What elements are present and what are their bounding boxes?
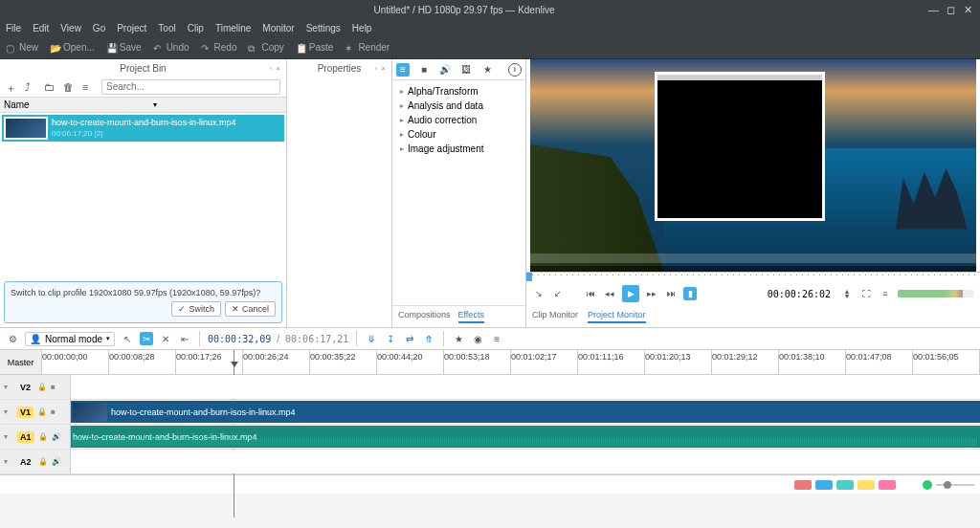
tab-compositions[interactable]: Compositions bbox=[398, 310, 451, 323]
zone-button[interactable]: ▮ bbox=[683, 287, 697, 300]
rewind-icon[interactable]: ⏮ bbox=[584, 287, 597, 300]
list-view-icon[interactable]: ≡ bbox=[82, 81, 94, 93]
menu-settings[interactable]: Settings bbox=[306, 23, 341, 33]
undo-button[interactable]: ↶Undo bbox=[153, 42, 189, 53]
bin-search-input[interactable] bbox=[101, 79, 280, 95]
new-button[interactable]: ▢New bbox=[6, 42, 38, 53]
effects-image-icon[interactable]: 🖼 bbox=[459, 63, 473, 77]
lock-icon[interactable]: 🔒 bbox=[37, 383, 47, 392]
switch-button[interactable]: ✓Switch bbox=[171, 301, 221, 317]
timeline-settings-icon[interactable]: ⚙ bbox=[6, 332, 19, 345]
redo-button[interactable]: ↷Redo bbox=[201, 42, 237, 53]
effects-info-icon[interactable]: i bbox=[508, 63, 522, 77]
fullscreen-icon[interactable]: ⛶ bbox=[859, 287, 873, 300]
menu-clip[interactable]: Clip bbox=[188, 23, 204, 33]
panel-close-icon[interactable]: × bbox=[381, 64, 386, 73]
effects-main-icon[interactable]: ≡ bbox=[396, 63, 410, 77]
add-clip-icon[interactable]: ＋▾ bbox=[6, 81, 17, 93]
extract-icon[interactable]: ⤊ bbox=[422, 332, 435, 345]
tool-spacer-icon[interactable]: ✕ bbox=[159, 332, 172, 345]
tool-select-icon[interactable]: ↖ bbox=[121, 332, 134, 345]
chevron-down-icon[interactable]: ▾ bbox=[4, 407, 13, 417]
zoom-slider[interactable] bbox=[936, 484, 974, 486]
monitor-ruler[interactable] bbox=[526, 272, 980, 281]
menu-view[interactable]: View bbox=[60, 23, 81, 33]
effects-video-icon[interactable]: ■ bbox=[417, 63, 431, 77]
delete-icon[interactable]: 🗑 bbox=[63, 81, 75, 93]
status-color-3[interactable] bbox=[836, 480, 854, 490]
set-in-icon[interactable]: ↘ bbox=[532, 287, 546, 300]
chevron-down-icon[interactable]: ▾ bbox=[4, 457, 13, 467]
track-body[interactable] bbox=[71, 450, 980, 473]
column-sort-icon[interactable]: ▾ bbox=[153, 100, 163, 109]
panel-float-icon[interactable]: ◦ bbox=[374, 64, 377, 73]
copy-button[interactable]: ⧉Copy bbox=[248, 42, 283, 53]
track-body[interactable]: how-to-create-mount-and-burn-isos-in-lin… bbox=[71, 425, 980, 449]
close-icon[interactable]: ✕ bbox=[963, 4, 972, 16]
lock-icon[interactable]: 🔒 bbox=[38, 432, 48, 442]
timeline-clip-video[interactable]: how-to-create-mount-and-burn-isos-in-lin… bbox=[71, 401, 980, 423]
panel-close-icon[interactable]: × bbox=[276, 64, 280, 73]
tab-clip-monitor[interactable]: Clip Monitor bbox=[532, 310, 578, 323]
maximize-icon[interactable]: ◻ bbox=[946, 4, 955, 16]
tool-skip-icon[interactable]: ⇤ bbox=[178, 332, 191, 345]
track-body[interactable] bbox=[71, 375, 980, 399]
effect-category[interactable]: Image adjustment bbox=[392, 142, 525, 156]
menu-tool[interactable]: Tool bbox=[158, 23, 175, 33]
lock-icon[interactable]: 🔒 bbox=[37, 407, 47, 417]
panel-float-icon[interactable]: ◦ bbox=[269, 64, 272, 73]
zone-in-icon[interactable]: ⤋ bbox=[365, 332, 378, 345]
effects-audio-icon[interactable]: 🔊 bbox=[438, 63, 452, 77]
chevron-down-icon[interactable]: ▾ bbox=[4, 432, 13, 442]
menu-file[interactable]: File bbox=[6, 23, 21, 33]
tool-razor-icon[interactable]: ✂ bbox=[140, 332, 153, 345]
tab-effects[interactable]: Effects bbox=[458, 310, 484, 323]
menu-edit[interactable]: Edit bbox=[33, 23, 49, 33]
effect-category[interactable]: Analysis and data bbox=[392, 99, 525, 113]
menu-monitor[interactable]: Monitor bbox=[262, 23, 294, 33]
lock-icon[interactable]: 🔒 bbox=[38, 457, 48, 467]
overwrite-icon[interactable]: ⇄ bbox=[403, 332, 416, 345]
save-button[interactable]: 💾Save bbox=[106, 42, 142, 53]
folder-icon[interactable]: 🗀 bbox=[44, 81, 56, 93]
bin-clip-item[interactable]: how-to-create-mount-and-burn-isos-in-lin… bbox=[2, 115, 284, 142]
step-back-icon[interactable]: ◂◂ bbox=[603, 287, 616, 300]
track-body[interactable]: how-to-create-mount-and-burn-isos-in-lin… bbox=[71, 400, 980, 424]
render-button[interactable]: ✶Render bbox=[345, 42, 390, 53]
edit-mode-select[interactable]: 👤Normal mode▾ bbox=[25, 332, 115, 346]
status-color-1[interactable] bbox=[794, 480, 812, 490]
status-color-4[interactable] bbox=[858, 480, 875, 490]
bin-column-name[interactable]: Name bbox=[4, 99, 30, 110]
menu-go[interactable]: Go bbox=[93, 23, 105, 33]
monitor-viewport[interactable] bbox=[530, 59, 976, 272]
upload-icon[interactable]: ⤴ bbox=[25, 81, 36, 93]
speaker-icon[interactable]: 🔊 bbox=[52, 457, 61, 467]
speaker-icon[interactable]: 🔊 bbox=[52, 432, 61, 442]
effect-category[interactable]: Audio correction bbox=[392, 113, 525, 127]
favorite-icon[interactable]: ★ bbox=[452, 332, 465, 345]
video-icon[interactable]: ■ bbox=[51, 383, 60, 392]
play-button[interactable]: ▶ bbox=[622, 285, 639, 302]
insert-icon[interactable]: ↧ bbox=[384, 332, 397, 345]
master-track-button[interactable]: Master bbox=[0, 350, 42, 375]
cancel-button[interactable]: ✕Cancel bbox=[225, 301, 276, 317]
menu-help[interactable]: Help bbox=[352, 23, 372, 33]
status-color-2[interactable] bbox=[815, 480, 833, 490]
preview-render-icon[interactable]: ◉ bbox=[471, 332, 484, 345]
minimize-icon[interactable]: — bbox=[928, 4, 938, 16]
paste-button[interactable]: 📋Paste bbox=[296, 42, 334, 53]
timecode-up-icon[interactable]: ▲▼ bbox=[840, 287, 854, 300]
status-color-5[interactable] bbox=[879, 480, 896, 490]
timeline-list-icon[interactable]: ≡ bbox=[490, 332, 503, 345]
effects-fav-icon[interactable]: ★ bbox=[480, 63, 494, 77]
set-out-icon[interactable]: ↙ bbox=[551, 287, 565, 300]
forward-icon[interactable]: ⏭ bbox=[664, 287, 678, 300]
timeline-clip-audio[interactable]: how-to-create-mount-and-burn-isos-in-lin… bbox=[71, 426, 980, 448]
menu-project[interactable]: Project bbox=[117, 23, 146, 33]
step-fwd-icon[interactable]: ▸▸ bbox=[645, 287, 658, 300]
tab-project-monitor[interactable]: Project Monitor bbox=[588, 310, 646, 323]
monitor-menu-icon[interactable]: ≡ bbox=[879, 287, 892, 300]
menu-timeline[interactable]: Timeline bbox=[215, 23, 251, 33]
chevron-down-icon[interactable]: ▾ bbox=[4, 383, 13, 392]
open-button[interactable]: 📂Open... bbox=[50, 42, 95, 53]
